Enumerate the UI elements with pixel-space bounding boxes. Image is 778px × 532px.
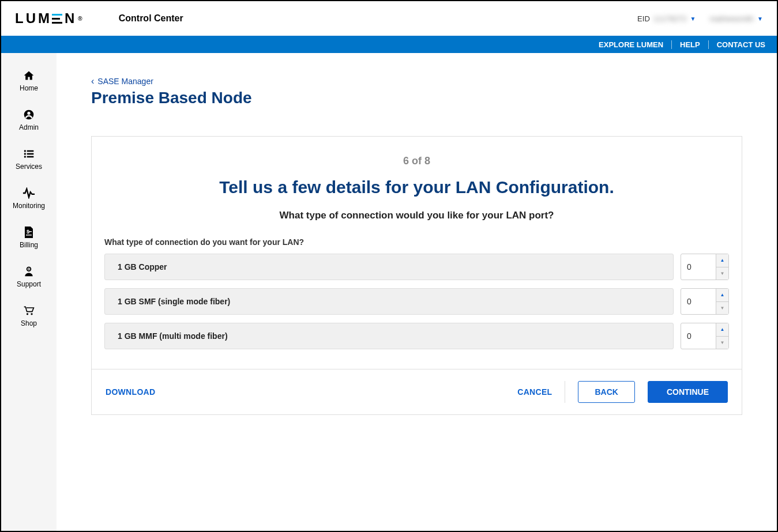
lan-option-name: 1 GB Copper: [104, 254, 674, 280]
svg-point-15: [28, 269, 29, 270]
page-title: Premise Based Node: [91, 89, 742, 107]
chevron-down-icon: ▼: [690, 16, 696, 22]
download-button[interactable]: DOWNLOAD: [106, 387, 155, 397]
sidebar-item-label: Monitoring: [13, 202, 45, 210]
wizard-subtitle: What type of connection would you like f…: [104, 210, 729, 221]
svg-point-9: [24, 156, 26, 157]
stepper-up-button[interactable]: ▲: [716, 289, 728, 302]
breadcrumb-parent: SASE Manager: [97, 77, 153, 86]
svg-rect-1: [52, 18, 60, 20]
nav-help[interactable]: HELP: [672, 40, 709, 49]
sidebar-item-label: Home: [20, 84, 38, 92]
eid-dropdown[interactable]: EID 11178272 ▼: [637, 14, 696, 23]
sidebar-item-label: Shop: [21, 319, 37, 327]
lan-option-name: 1 GB SMF (single mode fiber): [104, 288, 674, 315]
sidebar-item-label: Admin: [19, 123, 39, 131]
stepper-value[interactable]: 0: [681, 289, 716, 314]
sidebar-item-billing[interactable]: $ Billing: [1, 218, 57, 257]
eid-value: 11178272: [653, 14, 687, 23]
lan-option-row: 1 GB Copper 0 ▲ ▼: [104, 254, 729, 280]
stepper-value[interactable]: 0: [681, 323, 716, 349]
stepper-down-button[interactable]: ▼: [716, 267, 728, 280]
svg-point-5: [24, 150, 26, 152]
step-counter: 6 of 8: [104, 155, 729, 167]
lan-option-row: 1 GB SMF (single mode fiber) 0 ▲ ▼: [104, 288, 729, 315]
nav-explore-lumen[interactable]: EXPLORE LUMEN: [591, 40, 672, 49]
cancel-button[interactable]: CANCEL: [517, 387, 552, 397]
sidebar-item-home[interactable]: Home: [1, 61, 57, 100]
svg-point-4: [27, 112, 30, 115]
chevron-left-icon: ‹: [91, 76, 94, 86]
section-label: What type of connection do you want for …: [104, 237, 729, 247]
svg-rect-13: [26, 235, 32, 236]
svg-rect-12: [29, 231, 32, 232]
svg-rect-2: [52, 22, 62, 24]
svg-point-16: [27, 313, 28, 315]
svg-rect-10: [27, 156, 34, 158]
sidebar-item-label: Services: [16, 163, 42, 171]
stepper-down-button[interactable]: ▼: [716, 302, 728, 315]
svg-rect-0: [52, 14, 62, 16]
sidebar-item-monitoring[interactable]: Monitoring: [1, 179, 57, 218]
stepper-up-button[interactable]: ▲: [716, 254, 728, 267]
nav-contact-us[interactable]: CONTACT US: [709, 40, 765, 49]
header-top: LUM N® Control Center EID 11178272 ▼ mat…: [1, 1, 777, 36]
quantity-stepper[interactable]: 0 ▲ ▼: [681, 323, 729, 349]
wizard-card: 6 of 8 Tell us a few details for your LA…: [91, 136, 742, 415]
activity-icon: [22, 187, 35, 199]
quantity-stepper[interactable]: 0 ▲ ▼: [681, 288, 729, 315]
home-icon: [23, 69, 35, 82]
wizard-footer: DOWNLOAD CANCEL BACK CONTINUE: [92, 369, 742, 414]
header-user-area: EID 11178272 ▼ mathewsmith ▼: [637, 14, 763, 23]
stepper-value[interactable]: 0: [681, 254, 716, 280]
logo: LUM N®: [15, 10, 84, 27]
sidebar-item-label: Billing: [20, 241, 38, 249]
sidebar-item-label: Support: [17, 280, 41, 288]
gear-user-icon: [23, 265, 35, 278]
main-content: ‹ SASE Manager Premise Based Node 6 of 8…: [57, 53, 777, 531]
app-title: Control Center: [119, 13, 183, 24]
list-icon: [23, 148, 35, 160]
chevron-down-icon: ▼: [757, 16, 763, 22]
sidebar-item-support[interactable]: Support: [1, 257, 57, 296]
eid-label: EID: [637, 14, 650, 23]
lan-option-name: 1 GB MMF (multi mode fiber): [104, 323, 674, 349]
sidebar-item-shop[interactable]: Shop: [1, 296, 57, 335]
user-value: mathewsmith: [710, 14, 754, 23]
divider: [565, 381, 565, 403]
cart-icon: [23, 304, 35, 317]
breadcrumb[interactable]: ‹ SASE Manager: [91, 76, 742, 86]
user-icon: [23, 108, 35, 121]
back-button[interactable]: BACK: [578, 381, 634, 403]
svg-point-17: [31, 313, 32, 315]
svg-rect-8: [27, 153, 34, 155]
user-dropdown[interactable]: mathewsmith ▼: [710, 14, 763, 23]
invoice-icon: $: [24, 226, 34, 239]
lan-option-row: 1 GB MMF (multi mode fiber) 0 ▲ ▼: [104, 323, 729, 349]
sidebar-item-admin[interactable]: Admin: [1, 100, 57, 139]
wizard-title: Tell us a few details for your LAN Confi…: [104, 178, 729, 197]
sidebar-item-services[interactable]: Services: [1, 139, 57, 179]
svg-point-7: [24, 153, 26, 154]
quantity-stepper[interactable]: 0 ▲ ▼: [681, 254, 729, 280]
stepper-down-button[interactable]: ▼: [716, 337, 728, 349]
logo-e-icon: [52, 12, 63, 25]
svg-rect-6: [27, 150, 34, 152]
stepper-up-button[interactable]: ▲: [716, 323, 728, 337]
sidebar: Home Admin Services Monitoring $ Billing: [1, 53, 57, 531]
top-nav-bar: EXPLORE LUMEN HELP CONTACT US: [1, 36, 777, 53]
continue-button[interactable]: CONTINUE: [648, 381, 728, 403]
